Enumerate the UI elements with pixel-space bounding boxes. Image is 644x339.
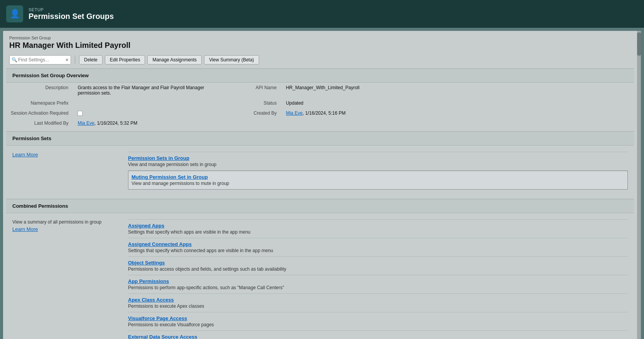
- object-settings-link[interactable]: Object Settings: [128, 260, 628, 266]
- external-data-source-access-link[interactable]: External Data Source Access: [128, 334, 628, 339]
- overview-table: Description Grants access to the Flair M…: [6, 83, 634, 128]
- app-permissions-link[interactable]: App Permissions: [128, 278, 628, 284]
- main-wrapper: Permission Set Group HR Manager With Lim…: [3, 31, 641, 339]
- session-activation-checkbox[interactable]: [78, 111, 83, 116]
- list-item: Assigned Apps Settings that specify whic…: [128, 219, 628, 238]
- list-item: Apex Class Access Permissions to execute…: [128, 294, 628, 312]
- toolbar-divider: [75, 56, 75, 64]
- created-by-link[interactable]: Mia Eve: [286, 110, 302, 116]
- overview-section-header: Permission Set Group Overview: [6, 69, 634, 83]
- list-item: App Permissions Permissions to perform a…: [128, 275, 628, 294]
- last-modified-label: Last Modified By: [6, 118, 73, 128]
- summary-text: View a summary of all permissions in gro…: [12, 219, 122, 225]
- created-by-value: Mia Eve, 1/16/2024, 5:16 PM: [281, 108, 634, 118]
- search-wrapper: 🔍 ✕: [9, 55, 71, 64]
- delete-button[interactable]: Delete: [79, 55, 103, 64]
- session-activation-label: Session Activation Required: [6, 108, 73, 118]
- app-header: 👤 SETUP Permission Set Groups: [0, 0, 644, 28]
- table-row: Session Activation Required Created By M…: [6, 108, 634, 118]
- combined-permissions-section-header: Combined Permissions: [6, 199, 634, 213]
- setup-label: SETUP: [29, 7, 114, 12]
- learn-more-link[interactable]: Learn More: [12, 152, 38, 158]
- api-name-value: HR_Manager_With_Limited_Payroll: [281, 83, 634, 98]
- muting-permission-set-link[interactable]: Muting Permission Set in Group: [131, 174, 624, 180]
- combined-right: Assigned Apps Settings that specify whic…: [128, 219, 628, 339]
- table-row: Namespace Prefix Status Updated: [6, 98, 634, 108]
- status-value: Updated: [281, 98, 634, 108]
- table-row: Last Modified By Mia Eve, 1/16/2024, 5:3…: [6, 118, 634, 128]
- search-input[interactable]: [9, 55, 71, 64]
- session-activation-value: [73, 108, 219, 118]
- visualforce-page-access-link[interactable]: Visualforce Page Access: [128, 315, 628, 321]
- muting-permission-set-desc: View and manage permissions to mute in g…: [131, 181, 624, 186]
- app-permissions-desc: Permissions to perform app-specific acti…: [128, 285, 628, 290]
- manage-assignments-button[interactable]: Manage Assignments: [147, 55, 202, 64]
- permission-sets-in-group-desc: View and manage permission sets in group: [128, 162, 628, 167]
- combined-left: View a summary of all permissions in gro…: [12, 219, 128, 339]
- permission-sets-section-header: Permission Sets: [6, 132, 634, 146]
- list-item: Permission Sets in Group View and manage…: [128, 152, 628, 171]
- last-modified-link[interactable]: Mia Eve: [78, 120, 94, 126]
- combined-body: View a summary of all permissions in gro…: [6, 213, 634, 339]
- assigned-apps-desc: Settings that specify which apps are vis…: [128, 229, 628, 235]
- search-icon: 🔍: [12, 57, 17, 63]
- search-clear-icon[interactable]: ✕: [65, 58, 69, 63]
- permission-sets-section: Permission Sets Learn More Permission Se…: [6, 131, 634, 196]
- description-value: Grants access to the Flair Manager and F…: [73, 83, 219, 98]
- content-area: Permission Set Group HR Manager With Lim…: [3, 31, 637, 339]
- object-settings-desc: Permissions to access objects and fields…: [128, 266, 628, 272]
- status-label: Status: [219, 98, 281, 108]
- table-row: Description Grants access to the Flair M…: [6, 83, 634, 98]
- assigned-connected-apps-link[interactable]: Assigned Connected Apps: [128, 241, 628, 247]
- toolbar: 🔍 ✕ Delete Edit Properties Manage Assign…: [3, 53, 637, 68]
- last-modified-value: Mia Eve, 1/16/2024, 5:32 PM: [73, 118, 219, 128]
- list-item: Visualforce Page Access Permissions to e…: [128, 312, 628, 331]
- list-item: External Data Source Access Permissions …: [128, 331, 628, 339]
- view-summary-button[interactable]: View Summary (Beta): [204, 55, 259, 64]
- overview-section: Permission Set Group Overview Descriptio…: [6, 68, 634, 128]
- permission-sets-body: Learn More Permission Sets in Group View…: [6, 146, 634, 196]
- breadcrumb: Permission Set Group: [9, 36, 631, 40]
- last-modified-date: , 1/16/2024, 5:32 PM: [94, 120, 137, 126]
- scrollbar-track[interactable]: [637, 31, 641, 339]
- apex-class-access-desc: Permissions to execute Apex classes: [128, 303, 628, 309]
- ps-left: Learn More: [12, 152, 128, 190]
- combined-permissions-section: Combined Permissions View a summary of a…: [6, 199, 634, 339]
- record-header: Permission Set Group HR Manager With Lim…: [3, 31, 637, 53]
- record-title: HR Manager With Limited Payroll: [9, 41, 631, 50]
- namespace-prefix-label: Namespace Prefix: [6, 98, 73, 108]
- avatar: 👤: [6, 5, 23, 22]
- namespace-prefix-value: [73, 98, 219, 108]
- apex-class-access-link[interactable]: Apex Class Access: [128, 297, 628, 303]
- created-by-label: Created By: [219, 108, 281, 118]
- visualforce-page-access-desc: Permissions to execute Visualforce pages: [128, 322, 628, 327]
- list-item: Muting Permission Set in Group View and …: [128, 171, 628, 190]
- ps-right: Permission Sets in Group View and manage…: [128, 152, 628, 190]
- scrollbar-thumb[interactable]: [637, 32, 641, 56]
- edit-properties-button[interactable]: Edit Properties: [105, 55, 145, 64]
- combined-learn-more-link[interactable]: Learn More: [12, 226, 38, 232]
- empty-label: [219, 118, 281, 128]
- assigned-apps-link[interactable]: Assigned Apps: [128, 223, 628, 229]
- list-item: Assigned Connected Apps Settings that sp…: [128, 238, 628, 257]
- assigned-connected-apps-desc: Settings that specify which connected ap…: [128, 248, 628, 253]
- created-by-date: , 1/16/2024, 5:16 PM: [303, 110, 346, 116]
- permission-sets-in-group-link[interactable]: Permission Sets in Group: [128, 155, 628, 161]
- description-label: Description: [6, 83, 73, 98]
- empty-value: [281, 118, 634, 128]
- header-text: SETUP Permission Set Groups: [29, 7, 114, 21]
- api-name-label: API Name: [219, 83, 281, 98]
- list-item: Object Settings Permissions to access ob…: [128, 257, 628, 275]
- page-title: Permission Set Groups: [29, 12, 114, 21]
